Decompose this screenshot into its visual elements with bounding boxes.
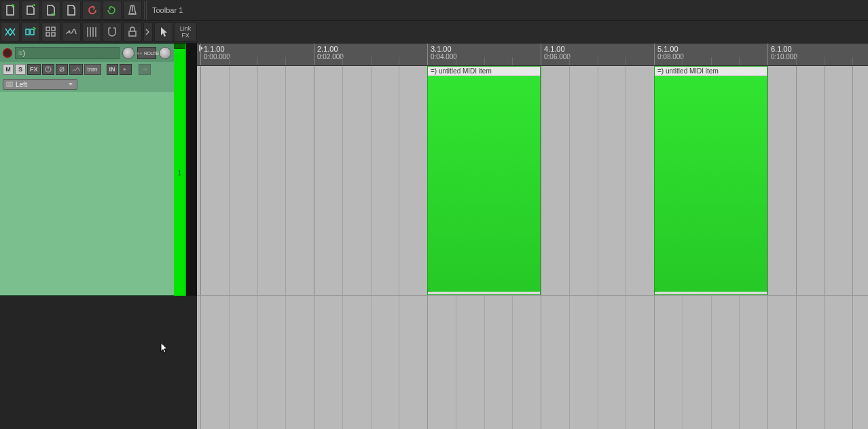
ruler-beat-marker (626, 57, 626, 65)
item-grouping-button[interactable] (41, 22, 60, 41)
pointer-button[interactable] (154, 22, 173, 41)
grid-button[interactable] (82, 22, 101, 41)
gridline-bar (767, 66, 768, 295)
record-arm-button[interactable] (3, 48, 12, 58)
route-label: ROUTE (144, 51, 159, 56)
volume-knob[interactable] (122, 47, 134, 59)
dropdown-arrow-icon (69, 83, 73, 86)
gridline-beat (569, 296, 570, 429)
midi-item-body (428, 76, 540, 292)
toolbar-row-2: Link FX (0, 21, 868, 44)
open-project-button[interactable] (21, 1, 40, 20)
ruler-bar-marker: 2.1.000:02.000 (314, 44, 344, 65)
input-button[interactable]: IN (107, 64, 118, 75)
project-settings-button[interactable]: 1 (62, 1, 81, 20)
track-1-panel[interactable]: =) ROUTE M S FX (0, 44, 174, 296)
ruler-bar-marker: 3.1.000:04.000 (427, 44, 457, 65)
record-monitor-button[interactable] (139, 64, 151, 75)
gridline-beat (484, 296, 485, 429)
snap-button[interactable] (103, 22, 122, 41)
route-button[interactable]: ROUTE (137, 47, 156, 59)
meter-clip-indicator[interactable] (174, 44, 185, 49)
save-project-button[interactable] (41, 1, 60, 20)
midi-item-footer (655, 292, 767, 294)
ruler-bar-marker: 1.1.000:00.000 (200, 44, 230, 65)
gridline-beat (739, 296, 740, 429)
track-number-label: 1 (174, 169, 185, 177)
phase-button[interactable] (56, 64, 68, 75)
track-1-lane[interactable]: =) untitled MIDI item=) untitled MIDI it… (197, 66, 868, 296)
lock-settings-button[interactable] (143, 22, 153, 41)
gridline-beat (711, 296, 712, 429)
gridline-beat (257, 66, 258, 295)
ruler-bar-marker: 6.1.000:10.000 (767, 44, 797, 65)
ruler-beat-marker (512, 57, 513, 65)
trim-button[interactable]: trim (84, 64, 101, 75)
track-controls-row: M S FX trim IN (0, 62, 174, 77)
track-name-field[interactable]: =) (15, 47, 120, 59)
envelope-button[interactable] (69, 64, 83, 75)
svg-point-7 (69, 31, 71, 33)
track-meter[interactable]: 1 (174, 44, 186, 296)
gridline-bar (200, 296, 201, 429)
ruler-bar-marker: 4.1.000:06.000 (541, 44, 571, 65)
gridline-beat (399, 296, 399, 429)
fx-bypass-button[interactable] (42, 64, 54, 75)
empty-arrange-area[interactable] (197, 296, 868, 429)
gridline-beat (342, 296, 343, 429)
gridline-beat (285, 66, 286, 295)
gridline-beat (598, 66, 598, 295)
gridline-bar (541, 296, 541, 429)
gridline-beat (399, 66, 399, 295)
mute-button[interactable]: M (3, 64, 14, 75)
redo-button[interactable] (103, 1, 122, 20)
gridline-bar (654, 296, 655, 429)
arrange-view[interactable]: 1.1.000:00.0002.1.000:02.0003.1.000:04.0… (197, 44, 868, 429)
ruler-beat-marker (456, 57, 456, 65)
pan-knob[interactable] (159, 47, 171, 59)
link-fx-line2: FX (181, 32, 189, 39)
input-select-dropdown[interactable]: Left (3, 79, 77, 90)
lock-button[interactable] (123, 22, 142, 41)
timeline-ruler[interactable]: 1.1.000:00.0002.1.000:02.0003.1.000:04.0… (197, 44, 868, 66)
ruler-beat-marker (257, 57, 258, 65)
tcp-empty-area[interactable] (0, 296, 197, 429)
link-fx-button[interactable]: Link FX (174, 22, 197, 41)
ruler-beat-marker (683, 57, 683, 65)
ripple-edit-button[interactable] (21, 22, 40, 41)
new-project-button[interactable] (1, 1, 20, 20)
gridline-beat (456, 296, 456, 429)
gridline-beat (229, 296, 230, 429)
record-mode-button[interactable] (120, 64, 132, 75)
toolbar-row-1: 1 Toolbar 1 (0, 0, 868, 21)
undo-button[interactable] (82, 1, 101, 20)
gridline-beat (512, 296, 513, 429)
ruler-beat-marker (399, 57, 399, 65)
ruler-beat-marker (598, 57, 598, 65)
ruler-beat-marker (825, 57, 825, 65)
svg-rect-1 (26, 29, 29, 35)
main-area: =) ROUTE M S FX (0, 44, 868, 429)
ruler-beat-marker (342, 57, 343, 65)
gridline-beat (371, 66, 372, 295)
midi-item[interactable]: =) untitled MIDI item (427, 66, 541, 295)
gridline-beat (598, 296, 598, 429)
midi-item-body (655, 76, 767, 292)
gridline-beat (683, 296, 683, 429)
auto-crossfade-button[interactable] (1, 22, 20, 41)
ruler-beat-marker (484, 57, 485, 65)
ruler-bar-marker: 5.1.000:08.000 (654, 44, 684, 65)
midi-item[interactable]: =) untitled MIDI item (654, 66, 767, 295)
metronome-button[interactable] (123, 1, 142, 20)
track-header: =) ROUTE (0, 44, 174, 62)
gridline-bar (200, 66, 201, 295)
gridline-beat (569, 66, 570, 295)
ruler-beat-marker (229, 57, 230, 65)
midi-item-label: =) untitled MIDI item (428, 67, 540, 76)
solo-button[interactable]: S (15, 64, 26, 75)
move-envelope-button[interactable] (62, 22, 81, 41)
gridline-beat (796, 66, 797, 295)
input-icon (6, 81, 13, 88)
gridline-beat (626, 296, 626, 429)
fx-button[interactable]: FX (27, 64, 41, 75)
